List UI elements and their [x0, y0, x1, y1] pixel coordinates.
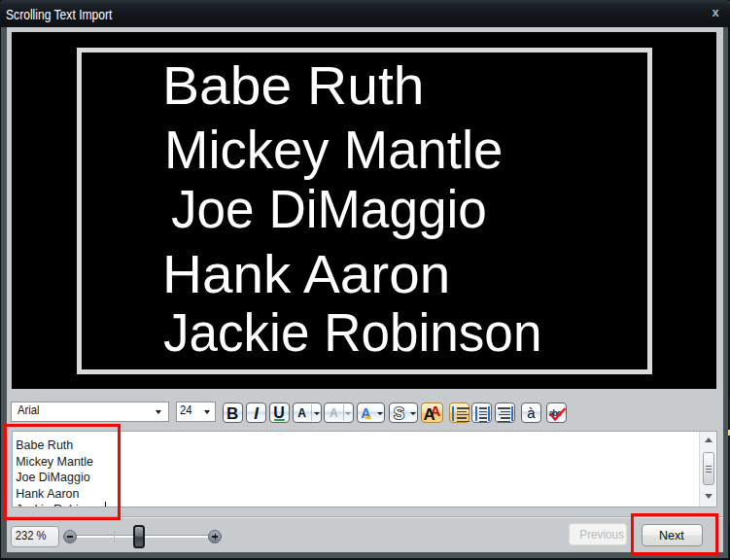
svg-text:S: S — [393, 404, 403, 422]
